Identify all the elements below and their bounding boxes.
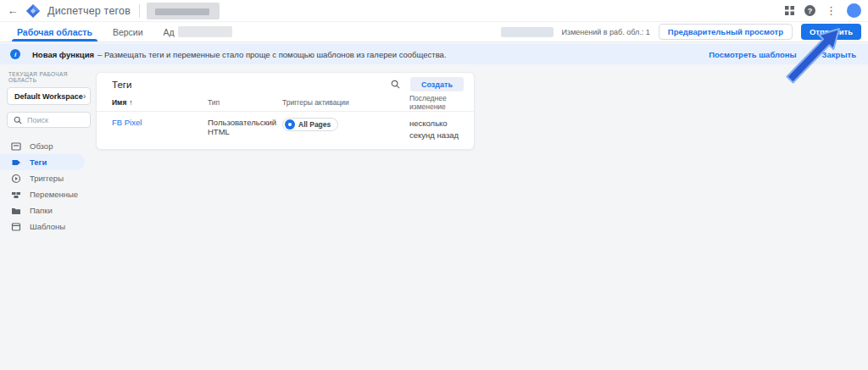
table-title: Теги xyxy=(112,80,131,90)
submit-button[interactable]: Отправить xyxy=(801,24,861,40)
current-workspace-label: ТЕКУЩАЯ РАБОЧАЯ ОБЛАСТЬ xyxy=(0,71,96,83)
banner-title: Новая функция xyxy=(32,50,94,59)
variable-icon xyxy=(11,190,21,200)
sidebar-item-label: Триггеры xyxy=(30,174,64,183)
sort-ascending-icon: ↑ xyxy=(129,98,133,107)
gtm-logo-icon xyxy=(25,3,41,19)
trigger-chip-label: All Pages xyxy=(298,120,331,129)
workspace-name: Default Workspace xyxy=(14,92,83,101)
preview-button[interactable]: Предварительный просмотр xyxy=(659,24,793,40)
tab-bar: Рабочая область Версии Ад Изменений в ра… xyxy=(0,22,868,42)
last-modified-cell: несколько секунд назад xyxy=(409,118,464,141)
more-options-icon[interactable]: ⋮ xyxy=(826,5,837,16)
close-banner-link[interactable]: Закрыть xyxy=(822,50,856,59)
create-button[interactable]: Создать xyxy=(410,77,464,91)
container-name-redacted xyxy=(147,3,220,19)
info-icon: i xyxy=(10,49,20,59)
table-header-row: Имя ↑ Тип Триггеры активации Последнее и… xyxy=(97,94,474,112)
sidebar-item-overview[interactable]: Обзор xyxy=(0,138,85,154)
column-type[interactable]: Тип xyxy=(208,98,282,107)
view-templates-link[interactable]: Посмотреть шаблоны xyxy=(709,50,796,59)
banner-message: – Размещать теги и переменные стало прощ… xyxy=(97,50,447,59)
sidebar-search[interactable] xyxy=(7,112,91,128)
tab-workspace-label: Рабочая область xyxy=(17,27,92,37)
tab-workspace[interactable]: Рабочая область xyxy=(7,22,103,41)
workspace-changes-label: Изменений в раб. обл.: 1 xyxy=(562,28,650,36)
sidebar-item-variables[interactable]: Переменные xyxy=(0,186,85,202)
tag-type-cell: Пользовательский HTML xyxy=(208,118,282,136)
app-header: ← Диспетчер тегов ? ⋮ xyxy=(0,0,868,22)
sidebar-item-label: Теги xyxy=(30,157,47,167)
column-name[interactable]: Имя ↑ xyxy=(112,98,208,107)
template-icon xyxy=(11,222,21,232)
overview-icon xyxy=(11,141,21,152)
workspace-id-redacted xyxy=(501,27,554,37)
header-divider xyxy=(139,4,140,18)
search-icon xyxy=(14,116,22,124)
app-title: Диспетчер тегов xyxy=(47,5,131,17)
column-name-label: Имя xyxy=(112,98,126,107)
sidebar-item-label: Шаблоны xyxy=(30,222,65,231)
user-avatar[interactable] xyxy=(847,3,861,18)
sidebar-item-label: Обзор xyxy=(30,141,53,151)
sidebar-item-label: Папки xyxy=(30,206,53,215)
tag-icon xyxy=(11,157,21,168)
tag-name-link[interactable]: FB Pixel xyxy=(112,118,208,127)
table-row: FB Pixel Пользовательский HTML All Pages… xyxy=(97,112,474,149)
tags-card: Теги Создать Имя ↑ Тип Триггеры активаци… xyxy=(96,72,475,150)
sidebar: ТЕКУЩАЯ РАБОЧАЯ ОБЛАСТЬ Default Workspac… xyxy=(0,64,96,370)
tag-triggers-cell: All Pages xyxy=(282,118,409,131)
tab-versions[interactable]: Версии xyxy=(103,22,153,41)
sidebar-item-label: Переменные xyxy=(30,190,78,199)
column-modified[interactable]: Последнее изменение xyxy=(409,94,464,111)
trigger-chip[interactable]: All Pages xyxy=(282,118,338,131)
help-icon[interactable]: ? xyxy=(804,5,815,16)
tab-admin-label: Ад xyxy=(164,27,175,37)
tab-versions-label: Версии xyxy=(113,27,143,37)
folder-icon xyxy=(11,206,21,216)
tab-admin[interactable]: Ад xyxy=(153,22,242,41)
back-icon[interactable]: ← xyxy=(5,4,20,17)
notification-banner: i Новая функция – Размещать теги и перем… xyxy=(0,44,868,64)
sidebar-nav: Обзор Теги Триггеры Переменные xyxy=(0,138,96,235)
tab-admin-redacted xyxy=(178,26,232,37)
trigger-circle-icon xyxy=(285,119,295,130)
sidebar-item-tags[interactable]: Теги xyxy=(0,154,85,170)
table-search-icon[interactable] xyxy=(391,80,400,89)
trigger-icon xyxy=(11,174,21,184)
sidebar-item-folders[interactable]: Папки xyxy=(0,202,85,218)
column-triggers[interactable]: Триггеры активации xyxy=(282,98,409,107)
apps-grid-icon[interactable] xyxy=(785,6,794,15)
workspace-selector[interactable]: Default Workspace › xyxy=(7,87,91,105)
sidebar-item-triggers[interactable]: Триггеры xyxy=(0,170,85,186)
main-area: Теги Создать Имя ↑ Тип Триггеры активаци… xyxy=(96,64,868,370)
sidebar-item-templates[interactable]: Шаблоны xyxy=(0,218,85,235)
chevron-right-icon: › xyxy=(83,91,86,101)
sidebar-search-input[interactable] xyxy=(27,116,84,124)
